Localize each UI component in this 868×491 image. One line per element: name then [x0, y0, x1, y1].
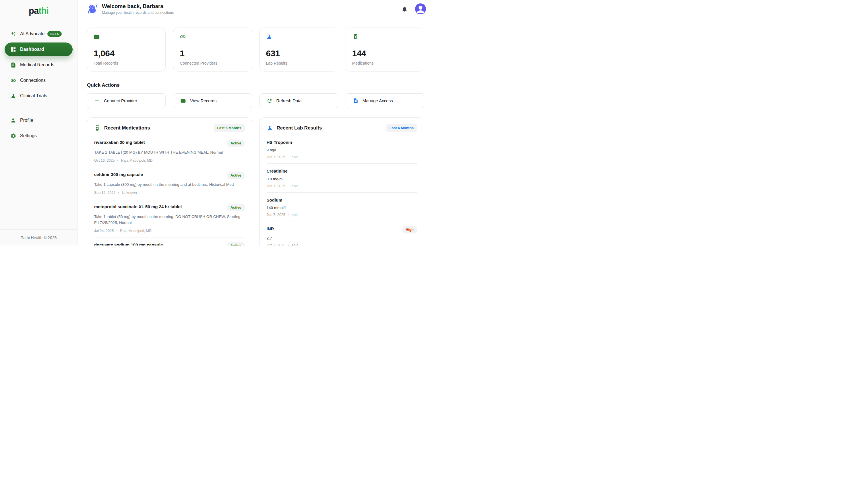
gear-icon — [10, 133, 17, 139]
pathi-logo: pathi — [0, 6, 77, 16]
flask-icon — [267, 125, 273, 131]
pill-bottle-icon — [94, 125, 100, 131]
sidebar-footer: Pathi Health © 2025 — [0, 229, 77, 246]
lab-date: Jun 7, 2025 — [267, 243, 285, 246]
page-title: Welcome back, Barbara — [102, 3, 174, 9]
lab-value: 9 ng/L — [267, 148, 417, 152]
status-badge: Active — [227, 204, 245, 211]
status-badge: Active — [227, 242, 245, 246]
panel-title: Recent Medications — [104, 125, 150, 131]
lab-name: Sodium — [267, 197, 282, 203]
medication-item[interactable]: docusate sodium 100 mg capsule Active 1 … — [94, 237, 245, 246]
stat-label: Medications — [352, 61, 418, 65]
logo-text-black: pa — [29, 6, 38, 16]
labs-list: HS Troponin 9 ng/L Jun 7, 2025epic Creat… — [267, 135, 417, 246]
medication-date: Sep 15, 2025 — [94, 191, 115, 195]
lab-meta: Jun 7, 2025epic — [267, 155, 417, 159]
dot-separator — [288, 213, 289, 217]
dot-separator — [288, 184, 289, 188]
stat-card-connected-providers[interactable]: 1 Connected Providers — [173, 28, 252, 71]
lab-date: Jun 7, 2025 — [267, 213, 285, 217]
lab-value: 0.8 mg/dL — [267, 177, 417, 181]
stat-card-medications[interactable]: 144 Medications — [346, 28, 424, 71]
waving-hand-icon — [87, 4, 98, 15]
sidebar-item-dashboard[interactable]: Dashboard — [5, 42, 72, 56]
flask-icon — [10, 93, 17, 99]
plus-icon — [94, 98, 100, 104]
stat-label: Total Records — [94, 61, 159, 65]
medication-name: rivaroxaban 20 mg tablet — [94, 140, 145, 145]
action-label: View Records — [190, 98, 216, 103]
document-icon — [353, 98, 359, 104]
sidebar-item-ai-advocate[interactable]: AI Advocate BETA — [5, 27, 72, 41]
medication-prescriber: Unknown — [122, 191, 137, 195]
medication-meta: Oct 16, 2025Raja Maddipoti, MD — [94, 158, 245, 163]
medication-meta: Jul 24, 2025Raja Maddipoti, MD — [94, 229, 245, 233]
sidebar-item-profile[interactable]: Profile — [5, 113, 72, 127]
lab-name: HS Troponin — [267, 140, 292, 145]
document-icon — [10, 62, 17, 68]
medication-date: Oct 16, 2025 — [94, 158, 115, 163]
sidebar-item-connections[interactable]: Connections — [5, 74, 72, 87]
medication-item[interactable]: cefdinir 300 mg capsule Active Take 1 ca… — [94, 167, 245, 199]
sidebar-item-label: Connections — [20, 78, 46, 83]
medications-filter-badge[interactable]: Last 6 Months — [214, 124, 244, 132]
panels-row: Recent Medications Last 6 Months rivarox… — [87, 117, 424, 246]
panel-title: Recent Lab Results — [277, 125, 322, 131]
lab-meta: Jun 7, 2025epic — [267, 184, 417, 188]
lab-source: epic — [292, 184, 298, 188]
lab-item[interactable]: HS Troponin 9 ng/L Jun 7, 2025epic — [267, 135, 417, 164]
stat-value: 144 — [352, 49, 418, 58]
dot-separator — [116, 229, 117, 233]
recent-lab-results-panel: Recent Lab Results Last 6 Months HS Trop… — [260, 117, 424, 246]
content-area: Welcome back, Barbara Manage your health… — [78, 0, 434, 246]
page-subtitle: Manage your health records and connectio… — [102, 11, 174, 15]
lab-name: INR — [267, 226, 274, 232]
folder-icon — [180, 98, 186, 104]
dashboard-icon — [10, 47, 17, 53]
sidebar-item-settings[interactable]: Settings — [5, 129, 72, 143]
sidebar-divider — [6, 108, 71, 108]
recent-medications-panel: Recent Medications Last 6 Months rivarox… — [87, 117, 252, 246]
quick-actions-heading: Quick Actions — [87, 82, 424, 88]
lab-meta: Jun 7, 2025epic — [267, 243, 417, 246]
lab-value: 140 mmol/L — [267, 206, 417, 210]
status-badge: Active — [227, 172, 245, 179]
manage-access-button[interactable]: Manage Access — [346, 93, 424, 108]
page-header: Welcome back, Barbara Manage your health… — [78, 0, 434, 18]
view-records-button[interactable]: View Records — [173, 93, 252, 108]
sidebar-item-label: Clinical Trials — [20, 93, 47, 98]
dot-separator — [288, 155, 289, 159]
labs-filter-badge[interactable]: Last 6 Months — [386, 124, 417, 132]
beta-badge: BETA — [48, 31, 62, 37]
sparkles-icon — [10, 31, 17, 37]
lab-item[interactable]: INR High 2.7 Jun 7, 2025epic — [267, 221, 417, 246]
stat-card-total-records[interactable]: 1,064 Total Records — [87, 28, 166, 71]
lab-value: 2.7 — [267, 236, 417, 240]
medication-prescriber: Raja Maddipoti, MD — [120, 229, 152, 233]
sidebar-item-medical-records[interactable]: Medical Records — [5, 58, 72, 72]
avatar[interactable] — [415, 3, 426, 15]
lab-source: epic — [292, 213, 298, 217]
lab-item[interactable]: Creatinine 0.8 mg/dL Jun 7, 2025epic — [267, 164, 417, 192]
flask-icon — [266, 34, 272, 40]
medication-item[interactable]: rivaroxaban 20 mg tablet Active TAKE 1 T… — [94, 135, 245, 167]
lab-date: Jun 7, 2025 — [267, 155, 285, 159]
header-actions — [401, 3, 426, 15]
stat-value: 1 — [180, 49, 245, 58]
dot-separator — [118, 191, 119, 195]
dot-separator — [288, 243, 289, 246]
status-badge: Active — [227, 140, 245, 147]
sidebar-item-clinical-trials[interactable]: Clinical Trials — [5, 89, 72, 103]
quick-actions-row: Connect Provider View Records Refresh Da… — [87, 93, 424, 108]
lab-item[interactable]: Sodium 140 mmol/L Jun 7, 2025epic — [267, 193, 417, 221]
refresh-data-button[interactable]: Refresh Data — [260, 93, 338, 108]
medication-instructions: TAKE 1 TABLET(20 MG) BY MOUTH WITH THE E… — [94, 150, 245, 155]
medication-name: docusate sodium 100 mg capsule — [94, 242, 163, 246]
medication-item[interactable]: metoprolol succinate XL 50 mg 24 hr tabl… — [94, 199, 245, 237]
connect-provider-button[interactable]: Connect Provider — [87, 93, 166, 108]
logo-text-green: thi — [38, 6, 49, 16]
medication-prescriber: Raja Maddipoti, MD — [121, 158, 153, 163]
stat-card-lab-results[interactable]: 631 Lab Results — [260, 28, 338, 71]
bell-icon[interactable] — [401, 6, 408, 12]
